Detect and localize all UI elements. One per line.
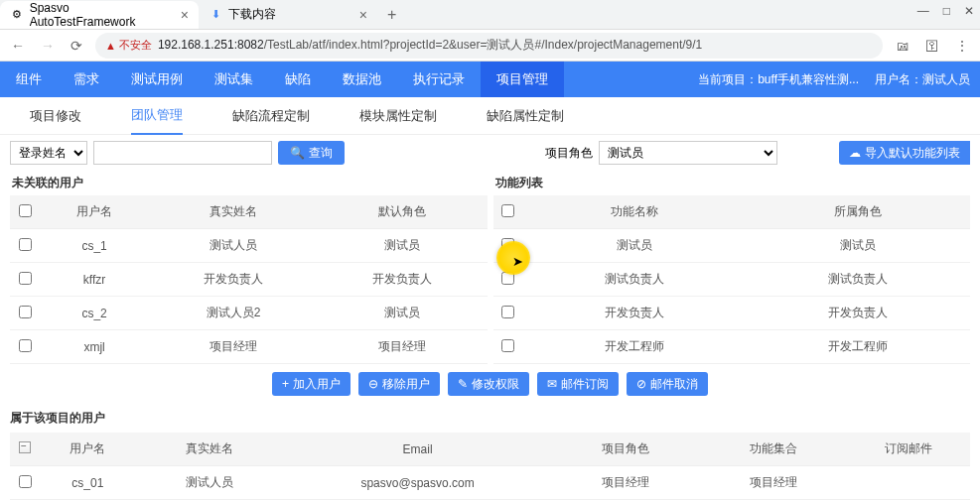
row-checkbox[interactable] <box>501 339 514 352</box>
select-all-checkbox[interactable] <box>501 204 514 217</box>
col-header: 真实姓名 <box>136 433 284 466</box>
edit-icon: ✎ <box>458 377 468 391</box>
cell-role: 测试负责人 <box>747 263 970 297</box>
subnav-item[interactable]: 缺陷属性定制 <box>487 97 564 135</box>
col-header: 真实姓名 <box>149 195 318 229</box>
close-icon[interactable]: × <box>181 7 189 23</box>
sub-nav: 项目修改团队管理缺陷流程定制模块属性定制缺陷属性定制 <box>0 97 980 135</box>
window-maximize[interactable]: □ <box>943 4 950 18</box>
current-project[interactable]: 当前项目：buff手机兼容性测... <box>698 71 859 88</box>
login-field-select[interactable]: 登录姓名 <box>10 141 87 165</box>
subnav-item[interactable]: 项目修改 <box>30 97 81 135</box>
col-header: 功能名称 <box>523 195 747 229</box>
topnav-item[interactable]: 缺陷 <box>269 62 327 97</box>
url-text: 192.168.1.251:8082/TestLab/atf/index.htm… <box>158 37 702 54</box>
filter-row: 登录姓名 🔍 查询 项目角色 测试员 ☁ 导入默认功能列表 <box>0 135 980 171</box>
table-row[interactable]: 开发负责人 开发负责人 <box>493 297 971 330</box>
browser-tab-0[interactable]: ⚙ Spasvo AutoTestFramework × <box>0 1 199 29</box>
cell-email: spasvo@spasvo.com <box>284 466 551 500</box>
forward-button[interactable]: → <box>38 38 58 54</box>
mail-subscribe-button[interactable]: ✉ 邮件订阅 <box>537 372 619 396</box>
table-row[interactable]: cs_2 测试人员2 测试员 <box>10 297 488 330</box>
browser-tab-1[interactable]: ⬇ 下载内容 × <box>199 1 377 29</box>
search-icon: 🔍 <box>290 146 305 160</box>
cell-name: 测试负责人 <box>523 263 747 297</box>
table-row[interactable]: kffzr 开发负责人 开发负责人 <box>10 263 488 297</box>
tab-title: Spasvo AutoTestFramework <box>30 1 175 29</box>
topnav-item[interactable]: 数据池 <box>327 62 397 97</box>
cell-realname: 开发负责人 <box>149 263 318 297</box>
mail-icon: ✉ <box>547 377 557 391</box>
back-button[interactable]: ← <box>8 38 28 54</box>
topnav-item[interactable]: 组件 <box>0 62 58 97</box>
window-close[interactable]: ✕ <box>964 4 974 18</box>
row-checkbox[interactable] <box>501 272 514 285</box>
cancel-icon: ⊘ <box>636 377 646 391</box>
remove-user-button[interactable]: ⊖ 移除用户 <box>358 372 440 396</box>
cell-username: cs_01 <box>40 466 136 500</box>
subnav-item[interactable]: 团队管理 <box>131 97 183 135</box>
mail-cancel-button[interactable]: ⊘ 邮件取消 <box>627 372 708 396</box>
unlinked-users-table: 用户名 真实姓名 默认角色 cs_1 测试人员 测试员 kffzr 开发负责人 … <box>10 195 488 364</box>
select-all-checkbox[interactable] <box>19 204 32 217</box>
subnav-item[interactable]: 缺陷流程定制 <box>232 97 310 135</box>
cloud-icon: ☁ <box>849 146 861 160</box>
cell-username: cs_2 <box>40 297 149 330</box>
cell-role: 开发负责人 <box>747 297 970 330</box>
topnav-item[interactable]: 项目管理 <box>481 62 564 97</box>
close-icon[interactable]: × <box>359 7 367 23</box>
translate-icon[interactable]: 🖭 <box>893 38 912 54</box>
topnav-item[interactable]: 测试用例 <box>115 62 199 97</box>
table-row[interactable]: 开发工程师 开发工程师 <box>493 330 971 364</box>
cell-realname: 测试人员 <box>136 466 284 500</box>
cell-name: 开发负责人 <box>523 297 747 330</box>
role-select[interactable]: 测试员 <box>599 141 777 165</box>
cell-realname: 测试人员 <box>149 229 318 263</box>
window-minimize[interactable]: — <box>917 4 929 18</box>
cell-username: cs_1 <box>40 229 149 263</box>
table-row[interactable]: 测试员 测试员 <box>493 229 971 263</box>
reload-button[interactable]: ⟳ <box>68 38 85 54</box>
table-row[interactable]: cs_1 测试人员 测试员 <box>10 229 488 263</box>
row-checkbox[interactable] <box>19 306 32 318</box>
row-checkbox[interactable] <box>19 238 32 251</box>
cell-username: kffzr <box>40 263 149 297</box>
key-icon[interactable]: ⚿ <box>922 38 942 54</box>
functions-pane: 功能列表 功能名称 所属角色 测试员 测试员 测试负责人 测试负责人 开发负责人… <box>493 171 971 364</box>
cell-role: 测试员 <box>318 297 487 330</box>
row-checkbox[interactable] <box>501 306 514 318</box>
search-button[interactable]: 🔍 查询 <box>278 141 345 165</box>
new-tab-button[interactable]: + <box>377 6 406 24</box>
url-input[interactable]: ▲ 不安全 192.168.1.251:8082/TestLab/atf/ind… <box>95 33 883 59</box>
row-checkbox[interactable] <box>19 339 32 352</box>
row-checkbox[interactable] <box>19 475 32 488</box>
remove-icon: ⊖ <box>368 377 378 391</box>
add-user-button[interactable]: + 加入用户 <box>272 372 350 396</box>
topnav-item[interactable]: 需求 <box>58 62 115 97</box>
pane-title: 功能列表 <box>493 171 971 195</box>
row-checkbox[interactable] <box>19 272 32 285</box>
import-default-button[interactable]: ☁ 导入默认功能列表 <box>839 141 970 165</box>
cell-role: 项目经理 <box>551 466 699 500</box>
modify-perm-button[interactable]: ✎ 修改权限 <box>448 372 529 396</box>
table-row[interactable]: xmjl 项目经理 项目经理 <box>10 330 488 364</box>
cell-realname: 测试人员2 <box>149 297 318 330</box>
topnav-item[interactable]: 测试集 <box>199 62 269 97</box>
project-users-table: − 用户名 真实姓名 Email 项目角色 功能集合 订阅邮件 cs_01 测试… <box>10 433 970 500</box>
table-row[interactable]: cs_01 测试人员 spasvo@spasvo.com 项目经理 项目经理 <box>10 466 970 500</box>
topnav-item[interactable]: 执行记录 <box>397 62 481 97</box>
col-header: Email <box>284 433 551 466</box>
col-header: 默认角色 <box>318 195 487 229</box>
cell-role: 开发负责人 <box>318 263 487 297</box>
table-row[interactable]: 测试负责人 测试负责人 <box>493 263 971 297</box>
role-label: 项目角色 <box>545 145 593 162</box>
row-checkbox[interactable] <box>501 238 514 251</box>
cell-name: 开发工程师 <box>523 330 747 364</box>
search-input[interactable] <box>93 141 272 165</box>
user-actions: + 加入用户 ⊖ 移除用户 ✎ 修改权限 ✉ 邮件订阅 ⊘ 邮件取消 <box>0 364 980 404</box>
cell-role: 测试员 <box>747 229 970 263</box>
subnav-item[interactable]: 模块属性定制 <box>359 97 437 135</box>
current-user[interactable]: 用户名：测试人员 <box>875 71 970 88</box>
cell-role: 项目经理 <box>318 330 487 364</box>
menu-icon[interactable]: ⋮ <box>952 38 972 54</box>
